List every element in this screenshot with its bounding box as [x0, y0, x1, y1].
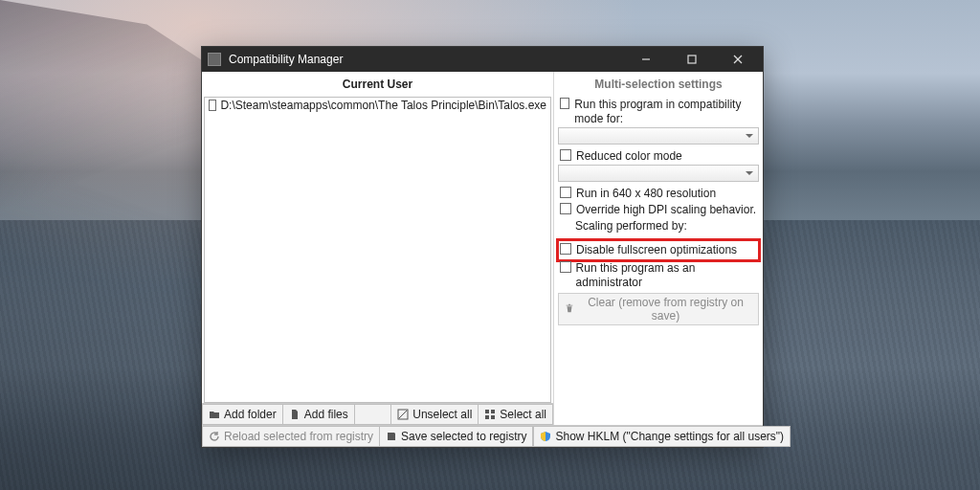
- run-admin-option[interactable]: Run this program as an administrator: [558, 260, 759, 291]
- left-pane-header: Current User: [202, 72, 553, 97]
- dpi-override-label: Override high DPI scaling behavior.: [576, 203, 756, 217]
- unselect-all-label: Unselect all: [412, 408, 472, 421]
- reduced-color-checkbox[interactable]: [560, 149, 571, 161]
- minimize-icon: [641, 55, 651, 64]
- save-icon: [386, 431, 397, 442]
- save-button[interactable]: Save selected to registry: [379, 426, 533, 447]
- disable-fullscreen-label: Disable fullscreen optimizations: [576, 243, 737, 257]
- trash-icon: [565, 302, 574, 316]
- add-files-button[interactable]: Add files: [282, 404, 355, 425]
- add-folder-button[interactable]: Add folder: [202, 404, 283, 425]
- svg-rect-1: [688, 56, 696, 63]
- desktop-wallpaper: Compatibility Manager Current User D:\St…: [0, 0, 980, 490]
- run-640-checkbox[interactable]: [560, 187, 571, 198]
- window-title: Compatibility Manager: [229, 53, 343, 66]
- run-admin-checkbox[interactable]: [560, 261, 571, 273]
- reduced-color-combo[interactable]: [558, 165, 759, 182]
- reduced-color-label: Reduced color mode: [576, 149, 682, 164]
- app-icon: [208, 53, 221, 66]
- reload-button[interactable]: Reload selected from registry: [202, 426, 380, 447]
- svg-rect-9: [491, 415, 495, 419]
- file-icon: [289, 409, 301, 420]
- compat-mode-checkbox[interactable]: [560, 98, 569, 109]
- add-folder-label: Add folder: [224, 408, 277, 421]
- save-label: Save selected to registry: [401, 430, 526, 443]
- dpi-override-option[interactable]: Override high DPI scaling behavior.: [558, 202, 759, 218]
- show-hklm-label: Show HKLM ("Change settings for all user…: [555, 430, 784, 443]
- right-pane-header: Multi-selection settings: [554, 72, 763, 97]
- list-item-path: D:\Steam\steamapps\common\The Talos Prin…: [220, 99, 546, 112]
- compat-mode-combo[interactable]: [558, 127, 759, 145]
- footer-toolbar: Reload selected from registry Save selec…: [202, 425, 763, 447]
- clear-label: Clear (remove from registry on save): [579, 296, 752, 323]
- svg-rect-6: [485, 410, 489, 413]
- add-files-label: Add files: [304, 408, 348, 421]
- disable-fullscreen-checkbox[interactable]: [560, 243, 571, 255]
- app-window: Compatibility Manager Current User D:\St…: [201, 46, 764, 448]
- select-all-button[interactable]: Select all: [478, 404, 553, 425]
- select-all-label: Select all: [500, 408, 546, 421]
- svg-rect-8: [485, 415, 489, 419]
- unselect-icon: [397, 409, 409, 420]
- reload-icon: [209, 431, 220, 442]
- maximize-button[interactable]: [673, 47, 711, 72]
- compat-mode-label: Run this program in compatibility mode f…: [574, 98, 757, 126]
- list-item-checkbox[interactable]: [209, 100, 216, 111]
- close-icon: [733, 55, 743, 64]
- reload-label: Reload selected from registry: [224, 430, 373, 443]
- list-item[interactable]: D:\Steam\steamapps\common\The Talos Prin…: [205, 98, 550, 113]
- close-button[interactable]: [719, 47, 757, 72]
- show-hklm-button[interactable]: Show HKLM ("Change settings for all user…: [533, 426, 791, 447]
- run-640-option[interactable]: Run in 640 x 480 resolution: [558, 186, 759, 202]
- minimize-button[interactable]: [627, 47, 665, 72]
- left-toolbar: Add folder Add files Unselect all: [202, 403, 553, 425]
- dpi-scaling-by-label: Scaling performed by:: [575, 219, 687, 234]
- clear-button[interactable]: Clear (remove from registry on save): [558, 293, 759, 325]
- select-icon: [484, 409, 496, 420]
- folder-icon: [209, 409, 220, 420]
- file-list[interactable]: D:\Steam\steamapps\common\The Talos Prin…: [204, 97, 551, 403]
- shield-icon: [540, 431, 551, 442]
- disable-fullscreen-option[interactable]: Disable fullscreen optimizations: [558, 240, 759, 260]
- svg-line-5: [399, 411, 407, 418]
- run-640-label: Run in 640 x 480 resolution: [576, 187, 716, 201]
- dpi-override-checkbox[interactable]: [560, 203, 571, 214]
- compat-mode-option[interactable]: Run this program in compatibility mode f…: [558, 97, 759, 127]
- svg-rect-7: [491, 410, 495, 413]
- titlebar[interactable]: Compatibility Manager: [202, 47, 763, 72]
- run-admin-label: Run this program as an administrator: [576, 261, 757, 290]
- dpi-scaling-by-row: Scaling performed by:: [558, 218, 759, 234]
- unselect-all-button[interactable]: Unselect all: [390, 404, 479, 425]
- maximize-icon: [687, 55, 697, 64]
- settings-panel: Run this program in compatibility mode f…: [554, 97, 763, 425]
- reduced-color-option[interactable]: Reduced color mode: [558, 148, 759, 165]
